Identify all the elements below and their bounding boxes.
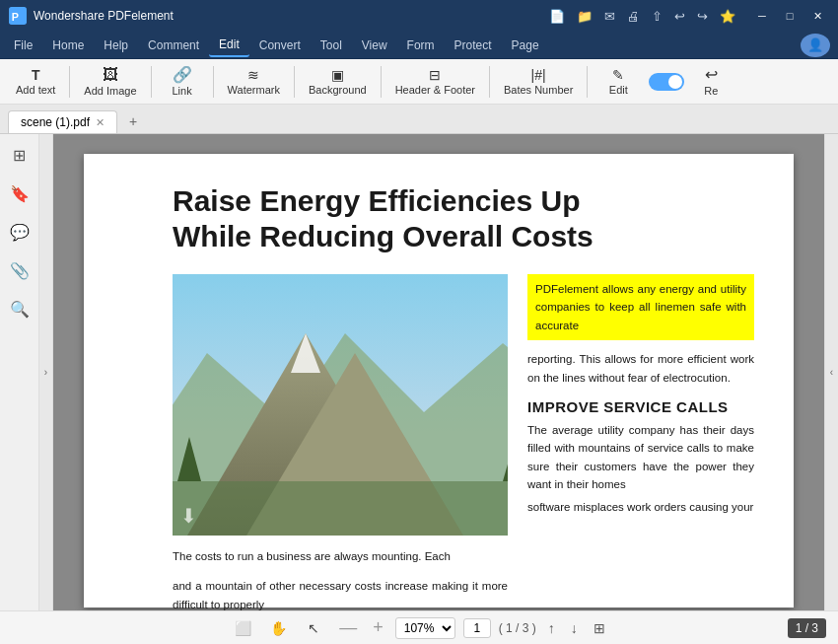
pdf-content-area: Raise Energy Efficiencies Up While Reduc… bbox=[53, 134, 824, 610]
pdf-tab[interactable]: scene (1).pdf ✕ bbox=[8, 110, 117, 133]
content-columns: ⬇ The costs to run a business are always… bbox=[173, 274, 754, 610]
menu-help[interactable]: Help bbox=[94, 35, 138, 56]
new-doc-icon[interactable]: 📄 bbox=[545, 7, 569, 26]
right-column: PDFelement allows any energy and utility… bbox=[527, 274, 754, 610]
redo-icon[interactable]: ↪ bbox=[693, 7, 712, 26]
menu-comment[interactable]: Comment bbox=[138, 35, 209, 56]
user-avatar[interactable]: 👤 bbox=[801, 34, 830, 57]
toolbar-separator-2 bbox=[151, 66, 152, 98]
bates-number-button[interactable]: |#| Bates Number bbox=[496, 64, 581, 100]
background-button[interactable]: ▣ Background bbox=[301, 64, 375, 100]
left-sidebar: ⊞ 🔖 💬 📎 🔍 bbox=[0, 134, 39, 610]
header-footer-icon: ⊟ bbox=[429, 68, 441, 82]
toolbar-separator-7 bbox=[587, 66, 588, 98]
app-title: Wondershare PDFelement bbox=[34, 9, 545, 23]
body-text-bottom-2: and a mountain of other necessary costs … bbox=[173, 577, 508, 610]
svg-text:P: P bbox=[12, 11, 19, 23]
app-icon: P bbox=[8, 6, 28, 26]
tab-label: scene (1).pdf bbox=[21, 115, 90, 129]
background-icon: ▣ bbox=[331, 68, 344, 82]
title-bar: P Wondershare PDFelement 📄 📁 ✉ 🖨 ⇧ ↩ ↪ ⭐… bbox=[0, 0, 838, 32]
pages-panel-icon[interactable]: ⊞ bbox=[9, 142, 30, 169]
select-tool-button[interactable]: ⬜ bbox=[229, 614, 256, 642]
menu-protect[interactable]: Protect bbox=[445, 35, 502, 56]
zoom-select[interactable]: 50% 75% 100% 107% 125% 150% 200% bbox=[395, 617, 455, 639]
menu-bar: File Home Help Comment Edit Convert Tool… bbox=[0, 32, 838, 59]
section-heading: IMPROVE SERVICE CALLS bbox=[527, 398, 754, 415]
edit-toolbar: T Add text 🖼 Add Image 🔗 Link ≋ Watermar… bbox=[0, 59, 838, 105]
collapse-left-handle[interactable]: › bbox=[39, 134, 53, 610]
menu-home[interactable]: Home bbox=[42, 35, 94, 56]
star-icon[interactable]: ⭐ bbox=[716, 7, 739, 26]
toolbar-separator-6 bbox=[489, 66, 490, 98]
next-page-button[interactable]: ↓ bbox=[567, 618, 582, 638]
watermark-icon: ≋ bbox=[247, 68, 259, 82]
search-panel-icon[interactable]: 🔍 bbox=[6, 296, 34, 322]
folder-icon[interactable]: 📁 bbox=[573, 7, 596, 26]
email-icon[interactable]: ✉ bbox=[600, 7, 619, 26]
section-body-text-end: software misplaces work orders causing y… bbox=[527, 498, 754, 516]
menu-file[interactable]: File bbox=[4, 35, 42, 56]
hand-tool-button[interactable]: ✋ bbox=[264, 614, 292, 642]
undo-icon[interactable]: ↩ bbox=[670, 7, 689, 26]
maximize-button[interactable]: □ bbox=[777, 4, 803, 28]
section-body-text: The average utility company has their da… bbox=[527, 421, 754, 494]
edit-toggle[interactable] bbox=[649, 73, 684, 91]
edit-mode-button[interactable]: ✎ Edit bbox=[594, 64, 643, 100]
add-text-button[interactable]: T Add text bbox=[8, 64, 63, 100]
left-column: ⬇ The costs to run a business are always… bbox=[173, 274, 508, 610]
page-counter-badge: 1 / 3 bbox=[788, 618, 826, 638]
share-icon[interactable]: ⇧ bbox=[648, 7, 666, 26]
tab-bar: scene (1).pdf ✕ + bbox=[0, 105, 838, 134]
tab-close-icon[interactable]: ✕ bbox=[96, 116, 105, 129]
attachments-panel-icon[interactable]: 📎 bbox=[6, 257, 34, 284]
link-icon: 🔗 bbox=[173, 67, 192, 83]
menu-view[interactable]: View bbox=[352, 35, 397, 56]
fit-page-button[interactable]: ⊞ bbox=[590, 618, 609, 638]
bates-number-icon: |#| bbox=[531, 68, 546, 82]
menu-convert[interactable]: Convert bbox=[249, 35, 311, 56]
main-layout: ⊞ 🔖 💬 📎 🔍 › Raise Energy Efficiencies Up… bbox=[0, 134, 838, 610]
print-icon[interactable]: 🖨 bbox=[623, 7, 644, 26]
menu-page[interactable]: Page bbox=[502, 35, 549, 56]
toolbar-separator-5 bbox=[381, 66, 382, 98]
comments-panel-icon[interactable]: 💬 bbox=[6, 219, 34, 246]
highlighted-text-block: PDFelement allows any energy and utility… bbox=[527, 274, 754, 340]
watermark-button[interactable]: ≋ Watermark bbox=[220, 64, 288, 100]
header-footer-button[interactable]: ⊟ Header & Footer bbox=[387, 64, 483, 100]
window-controls: ─ □ ✕ bbox=[749, 4, 830, 28]
bookmarks-panel-icon[interactable]: 🔖 bbox=[6, 180, 34, 207]
redo-button[interactable]: ↩ Re bbox=[686, 63, 735, 101]
add-image-icon: 🖼 bbox=[103, 67, 118, 83]
image-watermark-icon: ⬇ bbox=[180, 504, 197, 528]
body-text-bottom: The costs to run a business are always m… bbox=[173, 547, 508, 565]
svg-rect-7 bbox=[173, 481, 508, 536]
separator-line-1: — bbox=[339, 617, 357, 638]
close-button[interactable]: ✕ bbox=[804, 4, 830, 28]
page-number-input[interactable] bbox=[463, 618, 491, 638]
link-button[interactable]: 🔗 Link bbox=[158, 63, 207, 101]
page-total-info: ( 1 / 3 ) bbox=[499, 621, 536, 635]
toolbar-separator-1 bbox=[69, 66, 70, 98]
redo-icon: ↩ bbox=[705, 67, 718, 83]
cursor-tool-button[interactable]: ↖ bbox=[300, 614, 327, 642]
bottom-bar: ⬜ ✋ ↖ — + 50% 75% 100% 107% 125% 150% 20… bbox=[0, 610, 838, 644]
mountain-image: ⬇ bbox=[173, 274, 508, 536]
right-body-text-1: reporting. This allows for more efficien… bbox=[527, 350, 754, 387]
edit-mode-icon: ✎ bbox=[612, 68, 624, 82]
quick-access-toolbar: 📄 📁 ✉ 🖨 ⇧ ↩ ↪ ⭐ bbox=[545, 7, 739, 26]
document-title: Raise Energy Efficiencies Up While Reduc… bbox=[173, 183, 596, 254]
previous-page-button[interactable]: ↑ bbox=[544, 618, 559, 638]
toggle-container bbox=[649, 73, 684, 91]
minimize-button[interactable]: ─ bbox=[749, 4, 775, 28]
toolbar-separator-3 bbox=[213, 66, 214, 98]
toolbar-separator-4 bbox=[294, 66, 295, 98]
add-image-button[interactable]: 🖼 Add Image bbox=[76, 63, 144, 101]
pdf-page: Raise Energy Efficiencies Up While Reduc… bbox=[84, 154, 794, 608]
collapse-right-handle[interactable]: ‹ bbox=[824, 134, 838, 610]
menu-form[interactable]: Form bbox=[397, 35, 445, 56]
separator-line-2: + bbox=[373, 617, 384, 638]
new-tab-button[interactable]: + bbox=[121, 109, 145, 133]
menu-tool[interactable]: Tool bbox=[311, 35, 352, 56]
menu-edit[interactable]: Edit bbox=[209, 34, 249, 57]
